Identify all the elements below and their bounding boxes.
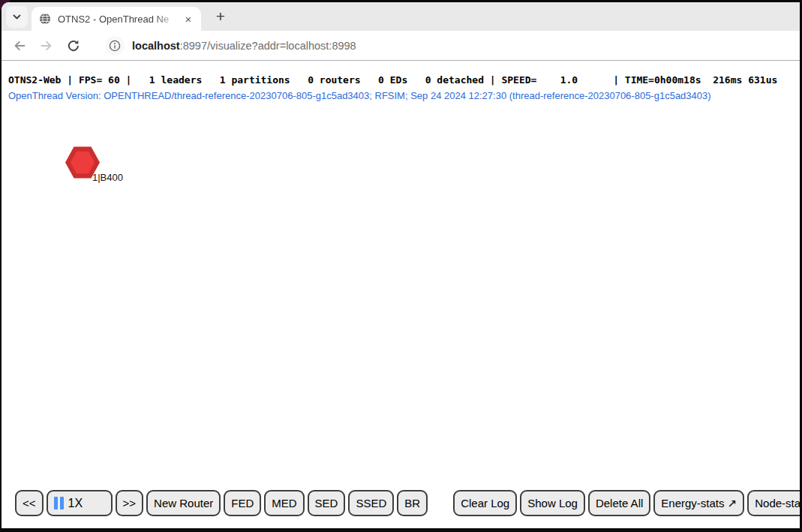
pause-speed-button[interactable]: 1X — [47, 490, 113, 516]
speed-up-button[interactable]: >> — [116, 490, 144, 516]
delete-all-button[interactable]: Delete All — [588, 490, 650, 516]
action-bar: << 1X >> New Router FED MED SED SSED BR … — [15, 490, 800, 516]
speed-down-button[interactable]: << — [15, 490, 44, 516]
br-button[interactable]: BR — [397, 490, 428, 516]
url-bar[interactable]: localhost:8997/visualize?addr=localhost:… — [101, 34, 792, 58]
speed-label: 1X — [68, 497, 83, 510]
fed-button[interactable]: FED — [224, 490, 261, 516]
show-log-button[interactable]: Show Log — [520, 490, 585, 516]
back-arrow-icon — [12, 38, 27, 53]
refresh-icon — [66, 38, 81, 53]
pause-icon — [54, 497, 64, 509]
tab-strip: OTNS2 - OpenThread Ne × + — [2, 2, 800, 31]
clear-log-button[interactable]: Clear Log — [453, 490, 517, 516]
url-text: localhost:8997/visualize?addr=localhost:… — [132, 40, 356, 52]
url-path: :8997/visualize?addr=localhost:8998 — [180, 40, 356, 52]
tab-otns2[interactable]: OTNS2 - OpenThread Ne × — [32, 7, 201, 31]
forward-arrow-icon — [39, 38, 54, 53]
browser-window: OTNS2 - OpenThread Ne × + — [0, 0, 802, 532]
back-button[interactable] — [9, 35, 30, 56]
ssed-button[interactable]: SSED — [348, 490, 394, 516]
info-icon — [108, 39, 122, 53]
sed-button[interactable]: SED — [308, 490, 346, 516]
page-info-button[interactable] — [105, 36, 125, 56]
med-button[interactable]: MED — [264, 490, 304, 516]
simulation-canvas[interactable]: OTNS2-Web | FPS= 60 | 1 leaders 1 partit… — [2, 62, 800, 528]
url-host: localhost — [132, 40, 180, 52]
openthread-version-line: OpenThread Version: OPENTHREAD/thread-re… — [8, 90, 711, 102]
globe-favicon-icon — [39, 13, 51, 25]
energy-stats-button[interactable]: Energy-stats ↗ — [653, 490, 744, 516]
browser-toolbar: localhost:8997/visualize?addr=localhost:… — [2, 31, 800, 61]
chevron-down-icon — [12, 14, 22, 20]
tab-close-icon[interactable]: × — [182, 12, 195, 26]
tab-title: OTNS2 - OpenThread Ne — [58, 14, 182, 25]
new-tab-button[interactable]: + — [210, 6, 231, 27]
forward-button[interactable] — [36, 35, 57, 56]
refresh-button[interactable] — [63, 35, 84, 56]
node-label: 1|B400 — [92, 172, 123, 183]
tab-search-button[interactable] — [6, 6, 28, 28]
simulation-status-line: OTNS2-Web | FPS= 60 | 1 leaders 1 partit… — [8, 74, 777, 86]
new-router-button[interactable]: New Router — [146, 490, 221, 516]
node-stats-button[interactable]: Node-stats ↗ — [747, 490, 800, 516]
